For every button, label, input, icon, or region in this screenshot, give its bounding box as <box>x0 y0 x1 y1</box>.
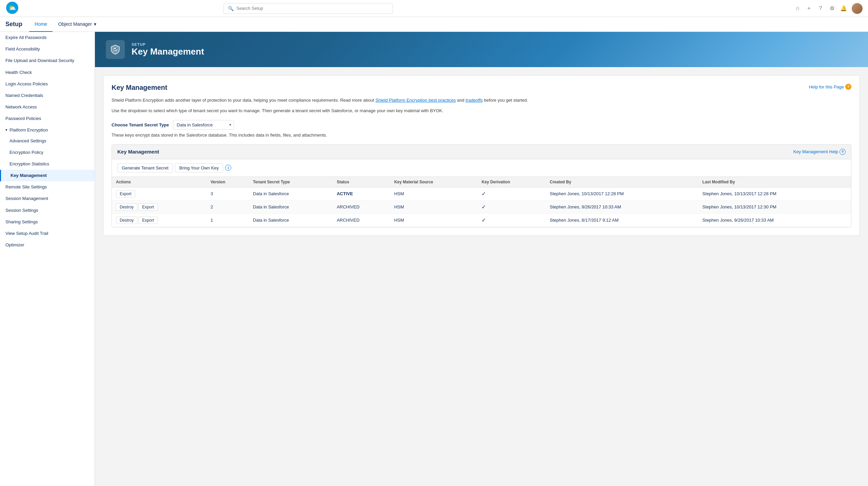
col-header-key-derivation: Key Derivation <box>477 177 546 187</box>
sidebar-item-sharing-settings[interactable]: Sharing Settings <box>0 216 95 228</box>
key-mgmt-help-icon: ? <box>840 149 846 155</box>
page-header-icon <box>106 40 125 59</box>
export-button-row-0[interactable]: Export <box>116 190 135 198</box>
bring-your-own-key-button[interactable]: Bring Your Own Key <box>175 163 223 173</box>
sidebar-item-remote-site-settings[interactable]: Remote Site Settings <box>0 181 95 193</box>
sidebar-item-network-access[interactable]: Network Access <box>0 101 95 113</box>
row-1-last-modified-by: Stephen Jones, 10/13/2017 12:30 PM <box>698 200 851 214</box>
sidebar-item-session-management[interactable]: Session Management <box>0 193 95 204</box>
sidebar-item-password-policies[interactable]: Password Policies <box>0 113 95 124</box>
page-title: Key Management <box>112 84 851 92</box>
row-0-tenant-secret-type: Data in Salesforce <box>249 187 333 200</box>
shield-best-practices-link[interactable]: Shield Platform Encryption best practice… <box>375 98 456 103</box>
main-layout: Expire All Passwords Field Accessibility… <box>0 32 868 486</box>
row-2-key-material-source: HSM <box>390 214 478 227</box>
row-2-actions: DestroyExport <box>112 214 206 227</box>
row-0-status: ACTIVE <box>333 187 390 200</box>
table-row: DestroyExport1Data in SalesforceARCHIVED… <box>112 214 851 227</box>
top-nav-right-icons: ☆ ＋ ？ ⚙ 🔔 <box>794 3 863 14</box>
col-header-status: Status <box>333 177 390 187</box>
row-1-created-by: Stephen Jones, 9/26/2017 10:33 AM <box>546 200 698 214</box>
row-0-actions: Export <box>112 187 206 200</box>
sidebar-item-view-setup-audit-trail[interactable]: View Setup Audit Trail <box>0 228 95 239</box>
search-bar[interactable]: 🔍 <box>223 3 393 14</box>
sidebar-item-file-upload[interactable]: File Upload and Download Security <box>0 55 95 66</box>
description-2: Use the dropdown to select which type of… <box>112 107 851 115</box>
table-row: DestroyExport2Data in SalesforceARCHIVED… <box>112 200 851 214</box>
help-icon[interactable]: ？ <box>817 5 824 12</box>
checkmark-icon: ✓ <box>481 204 486 210</box>
add-icon[interactable]: ＋ <box>806 5 812 12</box>
tenant-secret-select[interactable]: Data in Salesforce Data in Files Data in… <box>173 120 234 130</box>
salesforce-logo[interactable]: ⛅ <box>5 1 19 16</box>
sidebar-item-optimizer[interactable]: Optimizer <box>0 239 95 251</box>
sidebar-item-session-settings[interactable]: Session Settings <box>0 205 95 216</box>
sidebar: Expire All Passwords Field Accessibility… <box>0 32 95 486</box>
notifications-bell-icon[interactable]: 🔔 <box>840 5 847 12</box>
row-0-key-derivation: ✓ <box>477 187 546 200</box>
sidebar-item-key-management[interactable]: Key Management <box>0 170 95 181</box>
tenant-secret-select-wrapper: Data in Salesforce Data in Files Data in… <box>173 120 234 130</box>
row-2-created-by: Stephen Jones, 8/17/2017 9:12 AM <box>546 214 698 227</box>
generate-tenant-secret-button[interactable]: Generate Tenant Secret <box>117 163 173 173</box>
content-area: Help for this Page ? Key Management Shie… <box>95 67 868 244</box>
sidebar-item-expire-passwords[interactable]: Expire All Passwords <box>0 32 95 43</box>
page-header-text: SETUP Key Management <box>132 42 204 57</box>
chevron-down-icon: ▾ <box>5 128 7 132</box>
key-mgmt-help-link[interactable]: Key Management Help ? <box>793 149 846 155</box>
sidebar-item-advanced-settings[interactable]: Advanced Settings <box>0 135 95 147</box>
info-icon[interactable]: i <box>225 165 231 171</box>
export-button-row-1[interactable]: Export <box>138 203 158 211</box>
key-management-card: Key Management Key Management Help ? Gen… <box>112 144 851 227</box>
main-content: SETUP Key Management Help for this Page … <box>95 32 868 486</box>
setup-gear-icon[interactable]: ⚙ <box>829 5 835 12</box>
col-header-key-material-source: Key Material Source <box>390 177 478 187</box>
sidebar-item-encryption-policy[interactable]: Encryption Policy <box>0 147 95 158</box>
card-header-row: Help for this Page ? Key Management <box>112 84 851 97</box>
page-header-title: Key Management <box>132 46 204 57</box>
row-0-created-by: Stephen Jones, 10/13/2017 12:28 PM <box>546 187 698 200</box>
col-header-created-by: Created By <box>546 177 698 187</box>
search-input[interactable] <box>236 6 389 11</box>
row-0-key-material-source: HSM <box>390 187 478 200</box>
top-navigation: ⛅ 🔍 ☆ ＋ ？ ⚙ 🔔 <box>0 0 868 17</box>
key-mgmt-card-header: Key Management Key Management Help ? <box>112 145 851 159</box>
sidebar-item-health-check[interactable]: Health Check <box>0 67 95 78</box>
row-1-version: 2 <box>206 200 249 214</box>
help-link-text[interactable]: Help for this Page <box>809 84 844 89</box>
key-management-table: Actions Version Tenant Secret Type Statu… <box>112 177 851 227</box>
col-header-tenant-secret-type: Tenant Secret Type <box>249 177 333 187</box>
favorites-icon[interactable]: ☆ <box>794 5 801 12</box>
row-1-status: ARCHIVED <box>333 200 390 214</box>
content-card: Help for this Page ? Key Management Shie… <box>103 75 860 236</box>
svg-text:⛅: ⛅ <box>8 4 16 12</box>
row-0-version: 3 <box>206 187 249 200</box>
sidebar-item-field-accessibility[interactable]: Field Accessibility <box>0 43 95 55</box>
table-row: Export3Data in SalesforceACTIVEHSM✓Steph… <box>112 187 851 200</box>
destroy-button-row-1[interactable]: Destroy <box>116 203 137 211</box>
row-1-actions: DestroyExport <box>112 200 206 214</box>
app-title: Setup <box>5 21 22 28</box>
row-1-key-material-source: HSM <box>390 200 478 214</box>
page-header-banner: SETUP Key Management <box>95 32 868 67</box>
sidebar-item-login-access[interactable]: Login Access Policies <box>0 78 95 90</box>
sidebar-item-named-credentials[interactable]: Named Credentials <box>0 90 95 101</box>
sidebar-item-encryption-statistics[interactable]: Encryption Statistics <box>0 158 95 170</box>
row-2-last-modified-by: Stephen Jones, 9/26/2017 10:33 AM <box>698 214 851 227</box>
row-2-tenant-secret-type: Data in Salesforce <box>249 214 333 227</box>
row-1-key-derivation: ✓ <box>477 200 546 214</box>
description-1: Shield Platform Encryption adds another … <box>112 97 851 104</box>
tenant-secret-type-row: Choose Tenant Secret Type Data in Salesf… <box>112 120 851 130</box>
tab-home[interactable]: Home <box>29 17 53 32</box>
sidebar-item-platform-encryption[interactable]: ▾ Platform Encryption <box>0 125 95 135</box>
destroy-button-row-2[interactable]: Destroy <box>116 217 137 224</box>
help-link[interactable]: Help for this Page ? <box>809 84 851 90</box>
col-header-version: Version <box>206 177 249 187</box>
tradeoffs-link[interactable]: tradeoffs <box>466 98 482 103</box>
user-avatar[interactable] <box>852 3 863 14</box>
row-2-version: 1 <box>206 214 249 227</box>
col-header-last-modified-by: Last Modified By <box>698 177 851 187</box>
row-0-last-modified-by: Stephen Jones, 10/13/2017 12:28 PM <box>698 187 851 200</box>
tab-object-manager[interactable]: Object Manager ▾ <box>53 17 102 32</box>
export-button-row-2[interactable]: Export <box>138 217 158 224</box>
